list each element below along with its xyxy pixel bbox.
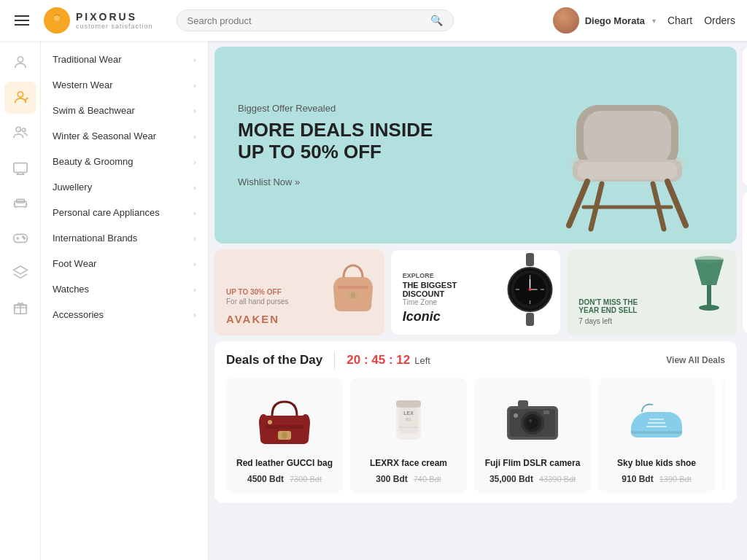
deal-card-0[interactable]: Red leather GUCCI bag 4500 Bdt 7300 Bdt bbox=[226, 378, 343, 493]
hamburger-menu[interactable] bbox=[12, 12, 32, 28]
svg-point-4 bbox=[18, 92, 23, 97]
deal-img-2 bbox=[483, 386, 582, 452]
sidebar-icon-gift[interactable] bbox=[4, 292, 36, 324]
category-foot-wear[interactable]: Foot Wear › bbox=[41, 251, 208, 276]
deal-prices-0: 4500 Bdt 7300 Bdt bbox=[247, 474, 322, 484]
deal-prices-3: 910 Bdt 1390 Bdt bbox=[622, 474, 691, 484]
timer-left: Left bbox=[414, 355, 430, 366]
category-label: Swim & Beachwear bbox=[53, 105, 135, 116]
sidebar-icons bbox=[0, 41, 41, 560]
deal-card-3[interactable]: Sky blue kids shoe 910 Bdt 1390 Bdt bbox=[598, 378, 715, 493]
logo-text: PIXORUS customer satisfaction bbox=[76, 11, 153, 30]
right-sidebar: Recently Viewed bbox=[743, 47, 747, 503]
header-right: Diego Morata ▾ Chart Orders bbox=[553, 7, 735, 34]
svg-point-3 bbox=[18, 57, 23, 62]
category-label: Foot Wear bbox=[53, 258, 96, 269]
sub-banner-watch[interactable]: EXPLORE THE BIGGEST DISCOUNT Time Zone I… bbox=[390, 249, 562, 335]
category-label: Watches bbox=[53, 284, 89, 295]
svg-text:LEX: LEX bbox=[403, 411, 414, 416]
chart-link[interactable]: Chart bbox=[667, 15, 692, 26]
svg-rect-35 bbox=[526, 313, 534, 326]
category-western-wear[interactable]: Western Wear › bbox=[41, 72, 208, 98]
view-all-deals[interactable]: View All Deals bbox=[666, 355, 725, 365]
category-label: Accessories bbox=[53, 309, 104, 320]
deal-original-2: 43390 Bdt bbox=[539, 475, 576, 483]
svg-point-52 bbox=[282, 432, 287, 439]
deal-img-0 bbox=[235, 386, 334, 452]
sidebar-icon-person2[interactable] bbox=[4, 117, 36, 149]
category-accessories[interactable]: Accessories › bbox=[41, 302, 208, 327]
sidebar-icon-layers[interactable] bbox=[4, 257, 36, 289]
orders-link[interactable]: Orders bbox=[704, 15, 735, 26]
avatar bbox=[553, 7, 579, 34]
search-icon: 🔍 bbox=[430, 15, 443, 26]
category-swim-beachwear[interactable]: Swim & Beachwear › bbox=[41, 98, 208, 123]
sub-banner-lamp[interactable]: DON'T MISS THE YEAR END SELL 7 days left bbox=[567, 249, 737, 335]
category-beauty-grooming[interactable]: Beauty & Groomng › bbox=[41, 149, 208, 174]
category-label: Traditional Wear bbox=[53, 54, 122, 65]
category-juwellery[interactable]: Juwellery › bbox=[41, 174, 208, 200]
deals-divider bbox=[334, 351, 335, 369]
hero-chair bbox=[540, 61, 715, 244]
category-watches[interactable]: Watches › bbox=[41, 276, 208, 302]
svg-point-45 bbox=[529, 288, 532, 291]
svg-point-49 bbox=[694, 256, 724, 263]
deal-card-1[interactable]: LEX RX the face cream LEXRX face cream 3… bbox=[350, 378, 467, 493]
sidebar-icon-person[interactable] bbox=[4, 47, 36, 79]
header: PIXORUS customer satisfaction 🔍 Diego Mo… bbox=[0, 0, 747, 41]
chevron-icon: › bbox=[193, 260, 196, 268]
avatar-image bbox=[553, 7, 579, 34]
chevron-icon: › bbox=[193, 285, 196, 294]
deals-header: Deals of the Day 20 : 45 : 12 Left View … bbox=[226, 351, 725, 369]
svg-point-65 bbox=[529, 419, 532, 422]
deal-name-2: Fuji Flim DSLR camera bbox=[485, 458, 581, 468]
chair-svg bbox=[547, 76, 708, 244]
category-label: Winter & Seasonal Wear bbox=[53, 131, 156, 141]
sidebar-icon-gamepad[interactable] bbox=[4, 222, 36, 254]
deals-timer: 20 : 45 : 12 Left bbox=[347, 353, 430, 368]
sub-banners: UP TO 30% OFF For all hand purses AVAKEN bbox=[214, 249, 737, 335]
deal-card-2[interactable]: Fuji Flim DSLR camera 35,000 Bdt 43390 B… bbox=[474, 378, 591, 493]
category-label: International Brands bbox=[53, 233, 137, 244]
category-label: Beauty & Groomng bbox=[53, 156, 133, 167]
recently-viewed-card: Recently Viewed bbox=[743, 47, 747, 186]
category-traditional-wear[interactable]: Traditional Wear › bbox=[41, 47, 208, 72]
svg-rect-25 bbox=[578, 162, 677, 179]
deal-price-1: 300 Bdt bbox=[376, 474, 407, 484]
deals-grid: Red leather GUCCI bag 4500 Bdt 7300 Bdt bbox=[226, 378, 725, 493]
chevron-icon: › bbox=[193, 106, 196, 115]
category-winter-seasonal[interactable]: Winter & Seasonal Wear › bbox=[41, 123, 208, 149]
purse-visual bbox=[328, 255, 379, 316]
logo-sub: customer satisfaction bbox=[76, 23, 153, 30]
category-label: Personal care Appliances bbox=[53, 207, 160, 218]
category-international-brands[interactable]: International Brands › bbox=[41, 225, 208, 251]
deals-section: Deals of the Day 20 : 45 : 12 Left View … bbox=[214, 341, 737, 503]
sidebar-icon-sofa[interactable] bbox=[4, 187, 36, 219]
deal-name-0: Red leather GUCCI bag bbox=[236, 458, 333, 468]
svg-rect-66 bbox=[543, 411, 549, 414]
search-input[interactable] bbox=[187, 15, 425, 26]
suggestions-card: Suggesions for You bbox=[743, 192, 747, 333]
svg-line-27 bbox=[667, 182, 686, 225]
deal-name-1: LEXRX face cream bbox=[370, 458, 447, 468]
svg-rect-7 bbox=[13, 163, 26, 173]
logo: PIXORUS customer satisfaction bbox=[44, 7, 153, 34]
sidebar-icon-user-active[interactable] bbox=[4, 82, 36, 114]
deal-img-1: LEX RX the face cream bbox=[359, 386, 458, 452]
user-name: Diego Morata bbox=[585, 15, 645, 26]
chevron-icon: › bbox=[193, 55, 196, 64]
sidebar-icon-tv[interactable] bbox=[4, 152, 36, 184]
deal-img-3 bbox=[607, 386, 706, 452]
svg-rect-34 bbox=[526, 253, 534, 266]
search-bar[interactable]: 🔍 bbox=[177, 9, 454, 31]
category-personal-care[interactable]: Personal care Appliances › bbox=[41, 200, 208, 225]
hero-banner: Biggest Offer Revealed MORE DEALS INSIDE… bbox=[214, 47, 737, 244]
chevron-icon: › bbox=[193, 81, 196, 90]
deal-original-1: 740 Bdt bbox=[414, 475, 441, 483]
deal-card-4[interactable]: Brown leather wallet 600 Bdt 980 Bdt bbox=[722, 378, 725, 493]
svg-point-17 bbox=[23, 238, 25, 239]
category-label: Juwellery bbox=[53, 182, 92, 192]
user-dropdown-icon[interactable]: ▾ bbox=[652, 17, 656, 25]
svg-point-33 bbox=[351, 292, 355, 298]
sub-banner-purse[interactable]: UP TO 30% OFF For all hand purses AVAKEN bbox=[214, 249, 384, 335]
